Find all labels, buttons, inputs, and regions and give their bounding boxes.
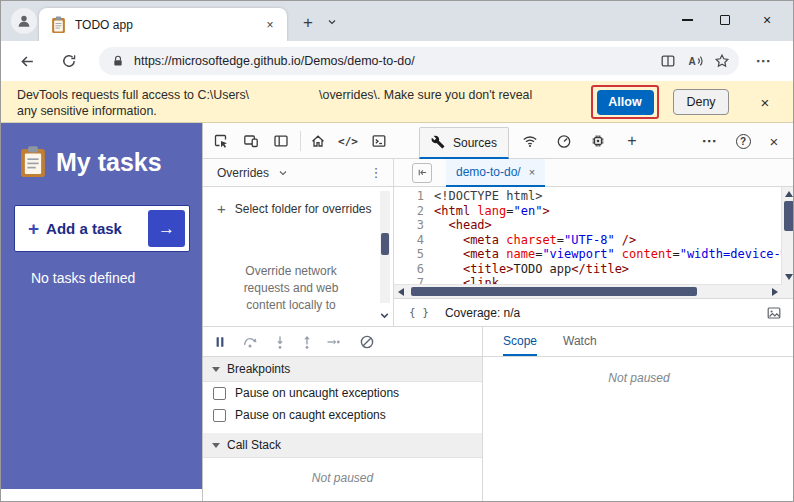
back-icon — [19, 53, 36, 70]
overrides-dropdown[interactable]: Overrides — [217, 166, 269, 180]
tab-close-button[interactable]: × — [261, 16, 279, 34]
split-screen-button[interactable] — [654, 48, 681, 74]
back-button[interactable] — [13, 47, 41, 75]
file-tab-close-button[interactable]: × — [529, 166, 535, 178]
triangle-down-icon — [212, 367, 220, 372]
deactivate-breakpoints-button[interactable] — [355, 330, 379, 354]
pause-icon — [212, 334, 228, 350]
layout-panel-button[interactable] — [268, 128, 294, 154]
welcome-tab-button[interactable] — [305, 128, 331, 154]
person-icon — [16, 13, 32, 29]
browser-tab[interactable]: TODO app × — [39, 8, 287, 41]
scroll-down-button[interactable] — [782, 272, 794, 282]
sources-tab-label: Sources — [453, 136, 497, 150]
layout-panel-icon — [273, 133, 289, 149]
step-over-button[interactable] — [238, 330, 262, 354]
scrollbar-thumb[interactable] — [784, 201, 794, 231]
content-area: My tasks + Add a task → No tasks defined — [1, 123, 794, 502]
tab-title: TODO app — [75, 18, 261, 32]
lock-icon[interactable] — [111, 54, 125, 68]
select-folder-button[interactable]: + Select folder for overrides — [217, 200, 372, 217]
performance-tab-button[interactable] — [551, 128, 577, 154]
infobar-close-button[interactable]: × — [751, 88, 779, 116]
horizontal-scrollbar[interactable] — [394, 284, 782, 298]
add-tools-button[interactable]: + — [619, 128, 645, 154]
more-options-button[interactable]: ⋯ — [696, 128, 722, 154]
network-tab-button[interactable] — [517, 128, 543, 154]
source-editor[interactable]: 1234567 <!DOCTYPE html><html lang="en"> … — [394, 187, 794, 284]
help-icon: ? — [736, 134, 751, 149]
step-icon — [325, 334, 341, 350]
debugger-pane: Breakpoints Pause on uncaught exceptions… — [203, 326, 483, 502]
chevron-down-icon[interactable] — [277, 167, 289, 179]
refresh-button[interactable] — [55, 47, 83, 75]
memory-tab-button[interactable] — [585, 128, 611, 154]
arrow-left-bar-icon — [416, 166, 429, 179]
uncaught-exceptions-checkbox[interactable] — [213, 387, 226, 400]
scroll-right-button[interactable] — [770, 285, 780, 299]
pause-button[interactable] — [208, 330, 232, 354]
device-toolbar-button[interactable] — [238, 128, 264, 154]
overrides-pane: + Select folder for overrides Override n… — [203, 187, 394, 326]
read-aloud-button[interactable]: A — [681, 48, 708, 74]
new-tab-button[interactable]: + — [295, 10, 321, 36]
refresh-icon — [61, 53, 77, 69]
profile-button[interactable] — [11, 8, 37, 34]
console-tab-button[interactable] — [366, 128, 392, 154]
pane-menu-button[interactable]: ⋮ — [367, 165, 385, 180]
devtools-close-button[interactable]: × — [761, 128, 787, 154]
scroll-down-chevron[interactable] — [378, 309, 391, 322]
address-bar[interactable]: https://microsoftedge.github.io/Demos/de… — [99, 47, 739, 75]
checkbox-label[interactable]: Pause on caught exceptions — [235, 408, 386, 422]
maximize-button[interactable] — [705, 1, 745, 39]
deny-button[interactable]: Deny — [673, 89, 729, 115]
call-stack-section-header[interactable]: Call Stack — [203, 433, 482, 458]
file-tab[interactable]: demo-to-do/ × — [446, 159, 545, 187]
file-tab-label: demo-to-do/ — [456, 165, 521, 179]
infobar-message: DevTools requests full access to C:\User… — [17, 87, 532, 119]
help-button[interactable]: ? — [730, 128, 756, 154]
settings-menu-button[interactable]: ⋯ — [749, 47, 777, 75]
coverage-status: Coverage: n/a — [445, 306, 520, 320]
annotation-highlight: Allow — [591, 85, 659, 119]
scrollbar-thumb[interactable] — [411, 287, 697, 296]
deactivate-breakpoints-icon — [359, 334, 375, 350]
add-task-button[interactable]: + Add a task → — [14, 205, 190, 252]
toolbar-divider — [300, 131, 301, 151]
watch-tab[interactable]: Watch — [563, 327, 597, 356]
overrides-description: Override network requests and web conten… — [231, 263, 351, 314]
performance-icon — [556, 133, 572, 149]
minimize-icon — [682, 19, 693, 20]
step-into-button[interactable] — [268, 330, 292, 354]
allow-button[interactable]: Allow — [597, 90, 654, 115]
page-title: My tasks — [56, 148, 162, 177]
checkbox-label[interactable]: Pause on uncaught exceptions — [235, 386, 399, 400]
step-out-button[interactable] — [295, 330, 319, 354]
elements-tab-button[interactable]: </> — [335, 128, 361, 154]
add-task-label: Add a task — [46, 220, 148, 237]
sources-tab[interactable]: Sources — [419, 127, 509, 159]
tab-list-chevron[interactable] — [323, 13, 341, 31]
pretty-print-button[interactable]: { } — [409, 306, 429, 319]
close-window-button[interactable]: × — [747, 1, 787, 39]
minimize-button[interactable] — [667, 1, 707, 39]
inspect-button[interactable] — [208, 128, 234, 154]
caught-exceptions-row[interactable]: Pause on caught exceptions — [203, 404, 482, 426]
breakpoints-section-header[interactable]: Breakpoints — [203, 357, 482, 382]
editor-tab-strip: demo-to-do/ × — [394, 159, 794, 187]
scroll-left-button[interactable] — [396, 285, 406, 299]
favorites-star-button[interactable] — [708, 48, 735, 74]
image-preview-icon — [766, 305, 782, 321]
split-screen-icon — [660, 53, 676, 69]
vertical-scrollbar[interactable] — [781, 187, 794, 284]
caught-exceptions-checkbox[interactable] — [213, 409, 226, 422]
editor-code[interactable]: <!DOCTYPE html><html lang="en"> <head> <… — [434, 189, 782, 284]
editor-nav-back-button[interactable] — [412, 163, 432, 183]
editor-status-bar: { } Coverage: n/a — [394, 298, 794, 326]
scroll-up-button[interactable] — [782, 189, 794, 199]
scope-tab[interactable]: Scope — [503, 327, 537, 356]
pane-scrollbar[interactable] — [380, 191, 390, 303]
step-button[interactable] — [321, 330, 345, 354]
uncaught-exceptions-row[interactable]: Pause on uncaught exceptions — [203, 382, 482, 404]
scrollbar-thumb[interactable] — [381, 233, 389, 255]
